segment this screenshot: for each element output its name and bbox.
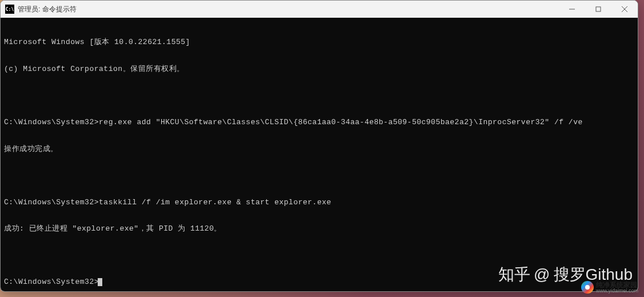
maximize-button[interactable] [585,1,611,18]
close-button[interactable] [611,1,638,18]
terminal-area[interactable]: Microsoft Windows [版本 10.0.22621.1555] (… [1,18,638,291]
site-badge: 纯净系统家园 www.yidaimei.com [581,281,638,294]
terminal-line: C:\Windows\System32>taskkill /f /im expl… [4,198,634,207]
terminal-line [4,251,634,260]
terminal-line [4,92,634,100]
window-title: 管理员: 命令提示符 [18,5,77,14]
cmd-window: C:\ 管理员: 命令提示符 Microsoft Windows [版本 10.… [0,0,638,292]
window-controls [559,1,638,18]
site-name: 纯净系统家园 [596,282,638,288]
at-symbol: @ [534,266,550,284]
terminal-line: C:\Windows\System32>reg.exe add "HKCU\So… [4,118,634,127]
titlebar[interactable]: C:\ 管理员: 命令提示符 [1,1,638,18]
terminal-line: 成功: 已终止进程 "explorer.exe"，其 PID 为 11120。 [4,224,634,233]
site-url: www.yidaimei.com [596,288,638,294]
terminal-line [4,172,634,180]
terminal-line: (c) Microsoft Corporation。保留所有权利。 [4,65,634,74]
zhihu-logo: 知乎 [498,264,530,286]
terminal-line: Microsoft Windows [版本 10.0.22621.1555] [4,38,634,47]
site-logo-icon [581,281,594,294]
cmd-icon: C:\ [5,5,14,14]
cursor-icon [98,278,102,286]
minimize-button[interactable] [559,1,585,18]
site-text: 纯净系统家园 www.yidaimei.com [596,282,638,294]
terminal-line: 操作成功完成。 [4,145,634,154]
svg-rect-1 [596,7,601,11]
